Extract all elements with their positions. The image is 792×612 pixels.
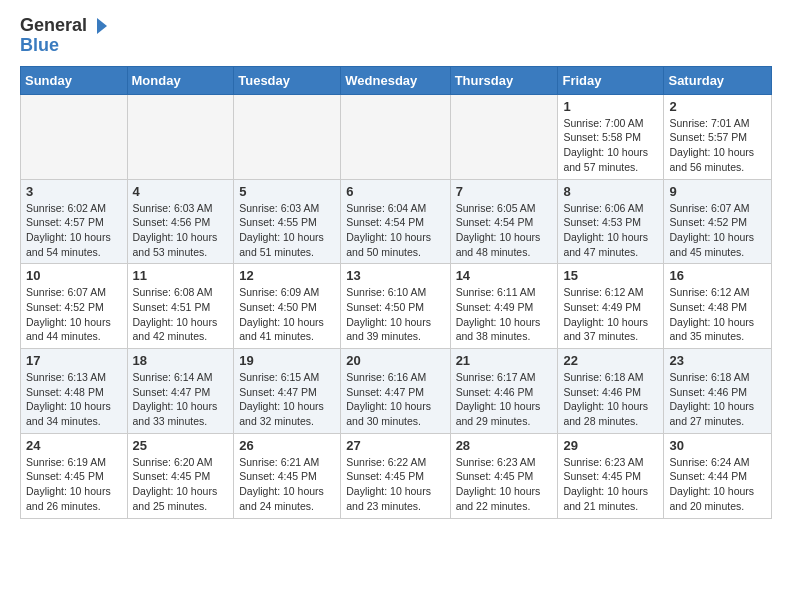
calendar-table: SundayMondayTuesdayWednesdayThursdayFrid… — [20, 66, 772, 519]
day-info: Sunrise: 6:20 AM Sunset: 4:45 PM Dayligh… — [133, 455, 229, 514]
calendar-cell: 6Sunrise: 6:04 AM Sunset: 4:54 PM Daylig… — [341, 179, 450, 264]
day-number: 4 — [133, 184, 229, 199]
day-number: 13 — [346, 268, 444, 283]
calendar-cell: 1Sunrise: 7:00 AM Sunset: 5:58 PM Daylig… — [558, 94, 664, 179]
day-info: Sunrise: 6:16 AM Sunset: 4:47 PM Dayligh… — [346, 370, 444, 429]
calendar-cell — [450, 94, 558, 179]
day-info: Sunrise: 6:23 AM Sunset: 4:45 PM Dayligh… — [563, 455, 658, 514]
calendar-cell: 26Sunrise: 6:21 AM Sunset: 4:45 PM Dayli… — [234, 433, 341, 518]
calendar-cell: 8Sunrise: 6:06 AM Sunset: 4:53 PM Daylig… — [558, 179, 664, 264]
calendar-cell: 27Sunrise: 6:22 AM Sunset: 4:45 PM Dayli… — [341, 433, 450, 518]
day-info: Sunrise: 6:04 AM Sunset: 4:54 PM Dayligh… — [346, 201, 444, 260]
weekday-header: Tuesday — [234, 66, 341, 94]
calendar-week-row: 1Sunrise: 7:00 AM Sunset: 5:58 PM Daylig… — [21, 94, 772, 179]
day-number: 25 — [133, 438, 229, 453]
logo: General Blue — [20, 16, 109, 56]
day-number: 17 — [26, 353, 122, 368]
day-info: Sunrise: 6:07 AM Sunset: 4:52 PM Dayligh… — [26, 285, 122, 344]
calendar-cell: 18Sunrise: 6:14 AM Sunset: 4:47 PM Dayli… — [127, 349, 234, 434]
day-info: Sunrise: 6:10 AM Sunset: 4:50 PM Dayligh… — [346, 285, 444, 344]
logo-text: General Blue — [20, 16, 109, 56]
calendar-header-row: SundayMondayTuesdayWednesdayThursdayFrid… — [21, 66, 772, 94]
calendar-cell: 10Sunrise: 6:07 AM Sunset: 4:52 PM Dayli… — [21, 264, 128, 349]
calendar-cell: 16Sunrise: 6:12 AM Sunset: 4:48 PM Dayli… — [664, 264, 772, 349]
calendar-week-row: 17Sunrise: 6:13 AM Sunset: 4:48 PM Dayli… — [21, 349, 772, 434]
day-info: Sunrise: 6:15 AM Sunset: 4:47 PM Dayligh… — [239, 370, 335, 429]
day-number: 16 — [669, 268, 766, 283]
day-number: 22 — [563, 353, 658, 368]
day-info: Sunrise: 6:14 AM Sunset: 4:47 PM Dayligh… — [133, 370, 229, 429]
day-number: 2 — [669, 99, 766, 114]
day-info: Sunrise: 7:00 AM Sunset: 5:58 PM Dayligh… — [563, 116, 658, 175]
day-info: Sunrise: 6:21 AM Sunset: 4:45 PM Dayligh… — [239, 455, 335, 514]
day-info: Sunrise: 6:23 AM Sunset: 4:45 PM Dayligh… — [456, 455, 553, 514]
weekday-header: Friday — [558, 66, 664, 94]
weekday-header: Sunday — [21, 66, 128, 94]
calendar-cell: 13Sunrise: 6:10 AM Sunset: 4:50 PM Dayli… — [341, 264, 450, 349]
day-number: 5 — [239, 184, 335, 199]
day-number: 11 — [133, 268, 229, 283]
calendar-cell: 30Sunrise: 6:24 AM Sunset: 4:44 PM Dayli… — [664, 433, 772, 518]
weekday-header: Saturday — [664, 66, 772, 94]
day-info: Sunrise: 6:12 AM Sunset: 4:49 PM Dayligh… — [563, 285, 658, 344]
day-info: Sunrise: 6:09 AM Sunset: 4:50 PM Dayligh… — [239, 285, 335, 344]
calendar-cell: 24Sunrise: 6:19 AM Sunset: 4:45 PM Dayli… — [21, 433, 128, 518]
day-number: 6 — [346, 184, 444, 199]
day-info: Sunrise: 6:06 AM Sunset: 4:53 PM Dayligh… — [563, 201, 658, 260]
day-number: 10 — [26, 268, 122, 283]
day-info: Sunrise: 6:03 AM Sunset: 4:55 PM Dayligh… — [239, 201, 335, 260]
calendar-cell — [21, 94, 128, 179]
calendar-cell: 11Sunrise: 6:08 AM Sunset: 4:51 PM Dayli… — [127, 264, 234, 349]
day-number: 30 — [669, 438, 766, 453]
day-info: Sunrise: 6:18 AM Sunset: 4:46 PM Dayligh… — [563, 370, 658, 429]
day-info: Sunrise: 6:13 AM Sunset: 4:48 PM Dayligh… — [26, 370, 122, 429]
svg-marker-0 — [97, 18, 107, 34]
day-number: 18 — [133, 353, 229, 368]
day-info: Sunrise: 6:22 AM Sunset: 4:45 PM Dayligh… — [346, 455, 444, 514]
calendar-cell — [234, 94, 341, 179]
calendar-cell: 28Sunrise: 6:23 AM Sunset: 4:45 PM Dayli… — [450, 433, 558, 518]
day-number: 14 — [456, 268, 553, 283]
calendar-cell: 14Sunrise: 6:11 AM Sunset: 4:49 PM Dayli… — [450, 264, 558, 349]
day-number: 24 — [26, 438, 122, 453]
day-number: 23 — [669, 353, 766, 368]
day-info: Sunrise: 6:03 AM Sunset: 4:56 PM Dayligh… — [133, 201, 229, 260]
day-info: Sunrise: 6:02 AM Sunset: 4:57 PM Dayligh… — [26, 201, 122, 260]
day-number: 19 — [239, 353, 335, 368]
day-number: 27 — [346, 438, 444, 453]
calendar-week-row: 3Sunrise: 6:02 AM Sunset: 4:57 PM Daylig… — [21, 179, 772, 264]
day-info: Sunrise: 6:17 AM Sunset: 4:46 PM Dayligh… — [456, 370, 553, 429]
weekday-header: Thursday — [450, 66, 558, 94]
day-number: 28 — [456, 438, 553, 453]
day-number: 21 — [456, 353, 553, 368]
day-info: Sunrise: 6:12 AM Sunset: 4:48 PM Dayligh… — [669, 285, 766, 344]
calendar-cell: 21Sunrise: 6:17 AM Sunset: 4:46 PM Dayli… — [450, 349, 558, 434]
calendar-cell — [127, 94, 234, 179]
day-info: Sunrise: 6:05 AM Sunset: 4:54 PM Dayligh… — [456, 201, 553, 260]
day-info: Sunrise: 6:18 AM Sunset: 4:46 PM Dayligh… — [669, 370, 766, 429]
calendar-cell: 4Sunrise: 6:03 AM Sunset: 4:56 PM Daylig… — [127, 179, 234, 264]
day-number: 7 — [456, 184, 553, 199]
day-info: Sunrise: 6:19 AM Sunset: 4:45 PM Dayligh… — [26, 455, 122, 514]
calendar-cell: 9Sunrise: 6:07 AM Sunset: 4:52 PM Daylig… — [664, 179, 772, 264]
calendar-cell: 20Sunrise: 6:16 AM Sunset: 4:47 PM Dayli… — [341, 349, 450, 434]
day-number: 3 — [26, 184, 122, 199]
calendar-cell: 29Sunrise: 6:23 AM Sunset: 4:45 PM Dayli… — [558, 433, 664, 518]
calendar-cell: 15Sunrise: 6:12 AM Sunset: 4:49 PM Dayli… — [558, 264, 664, 349]
day-info: Sunrise: 6:24 AM Sunset: 4:44 PM Dayligh… — [669, 455, 766, 514]
calendar-cell: 25Sunrise: 6:20 AM Sunset: 4:45 PM Dayli… — [127, 433, 234, 518]
calendar-week-row: 24Sunrise: 6:19 AM Sunset: 4:45 PM Dayli… — [21, 433, 772, 518]
calendar-cell — [341, 94, 450, 179]
calendar-cell: 19Sunrise: 6:15 AM Sunset: 4:47 PM Dayli… — [234, 349, 341, 434]
day-number: 26 — [239, 438, 335, 453]
day-info: Sunrise: 6:08 AM Sunset: 4:51 PM Dayligh… — [133, 285, 229, 344]
logo-arrow-icon — [89, 16, 109, 36]
calendar-cell: 23Sunrise: 6:18 AM Sunset: 4:46 PM Dayli… — [664, 349, 772, 434]
calendar-cell: 3Sunrise: 6:02 AM Sunset: 4:57 PM Daylig… — [21, 179, 128, 264]
day-info: Sunrise: 6:11 AM Sunset: 4:49 PM Dayligh… — [456, 285, 553, 344]
calendar-cell: 5Sunrise: 6:03 AM Sunset: 4:55 PM Daylig… — [234, 179, 341, 264]
day-number: 8 — [563, 184, 658, 199]
day-info: Sunrise: 6:07 AM Sunset: 4:52 PM Dayligh… — [669, 201, 766, 260]
calendar-cell: 22Sunrise: 6:18 AM Sunset: 4:46 PM Dayli… — [558, 349, 664, 434]
day-number: 15 — [563, 268, 658, 283]
